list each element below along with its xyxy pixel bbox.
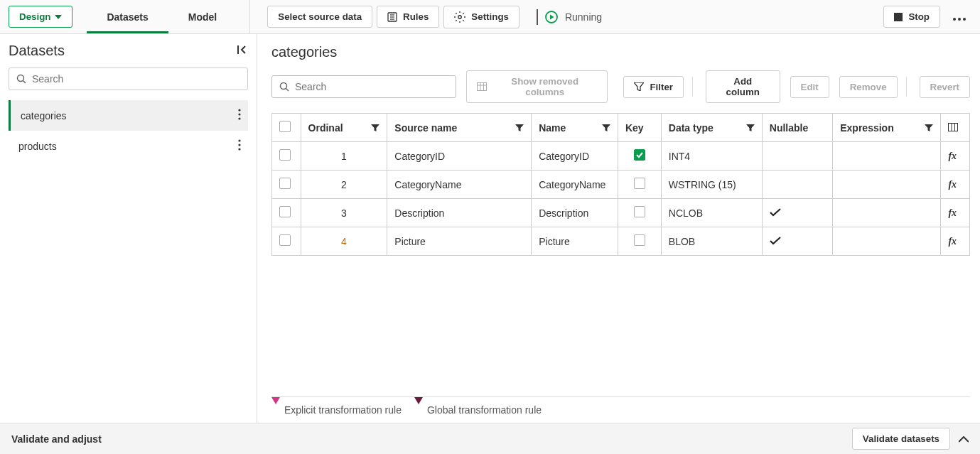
show-removed-columns-button[interactable]: Show removed columns (466, 70, 608, 103)
cell-key[interactable] (618, 142, 661, 171)
cell-fx-button[interactable]: fx (941, 142, 970, 171)
more-horizontal-icon (953, 18, 966, 21)
table-icon (477, 82, 487, 91)
row-checkbox-cell[interactable] (272, 227, 301, 256)
svg-rect-6 (894, 13, 903, 21)
cell-ordinal: 2 (301, 171, 387, 199)
design-dropdown[interactable]: Design (9, 6, 72, 28)
checkbox-icon (634, 234, 645, 246)
column-header-expression[interactable]: Expression (833, 114, 941, 142)
column-header-source-name[interactable]: Source name (387, 114, 532, 142)
cell-source-name: CategoryName (387, 171, 532, 199)
column-header-key[interactable]: Key (618, 114, 661, 142)
chevron-up-icon (959, 436, 969, 443)
fx-icon: fx (948, 236, 957, 247)
header-label: Nullable (770, 122, 808, 134)
row-checkbox-cell[interactable] (272, 171, 301, 199)
running-label: Running (565, 11, 602, 23)
svg-point-8 (958, 18, 961, 21)
legend: Explicit transformation rule Global tran… (271, 396, 970, 423)
row-checkbox-cell[interactable] (272, 199, 301, 227)
more-menu-button[interactable] (947, 7, 971, 27)
cell-expression (833, 227, 941, 256)
cell-name: Description (532, 199, 618, 227)
column-header-ordinal[interactable]: Ordinal (301, 114, 387, 142)
checkbox-icon (279, 178, 291, 189)
rules-button[interactable]: Rules (377, 6, 439, 28)
dataset-item-products[interactable]: products (9, 131, 248, 161)
button-label: Revert (930, 82, 960, 92)
dataset-item-menu[interactable] (238, 139, 241, 153)
cell-expression (833, 142, 941, 171)
sidebar: Datasets categories (0, 34, 257, 423)
row-checkbox-cell[interactable] (272, 142, 301, 171)
filter-icon (602, 124, 610, 131)
cell-data-type: NCLOB (661, 199, 762, 227)
top-bar: Design Datasets Model Select source data… (0, 0, 980, 34)
settings-button[interactable]: Settings (443, 6, 519, 28)
collapse-left-icon (237, 44, 248, 55)
table-row[interactable]: 2CategoryNameCategoryNameWSTRING (15)fx (272, 171, 970, 199)
table-row[interactable]: 1CategoryIDCategoryIDINT4fx (272, 142, 970, 171)
cell-nullable (762, 142, 832, 171)
filter-button[interactable]: Filter (623, 76, 684, 98)
main-toolbar: Show removed columns Filter Add column E… (271, 70, 970, 103)
cell-nullable (762, 199, 832, 227)
filter-icon (925, 124, 933, 131)
svg-line-20 (286, 89, 289, 92)
tab-label: Datasets (107, 11, 148, 23)
collapse-sidebar-button[interactable] (237, 44, 248, 58)
search-icon (16, 74, 26, 84)
table-row[interactable]: 3DescriptionDescriptionNCLOBfx (272, 199, 970, 227)
dataset-item-menu[interactable] (238, 109, 241, 122)
columns-search[interactable] (271, 75, 456, 98)
stop-button[interactable]: Stop (883, 6, 940, 28)
dataset-list: categories products (9, 100, 248, 161)
cell-fx-button[interactable]: fx (941, 199, 970, 227)
add-column-button[interactable]: Add column (706, 70, 780, 103)
footer-expand-button[interactable] (959, 433, 969, 445)
button-label: Add column (716, 76, 769, 97)
cell-fx-button[interactable]: fx (941, 171, 970, 199)
column-header-data-type[interactable]: Data type (661, 114, 762, 142)
filter-icon (371, 124, 379, 131)
sidebar-search-input[interactable] (32, 73, 240, 85)
legend-label: Explicit transformation rule (284, 404, 402, 416)
check-icon (770, 208, 781, 217)
column-header-nullable[interactable]: Nullable (762, 114, 832, 142)
validate-datasets-button[interactable]: Validate datasets (852, 428, 950, 450)
tab-nav: Datasets Model (87, 1, 237, 33)
tab-datasets[interactable]: Datasets (87, 1, 168, 33)
svg-point-15 (238, 117, 240, 119)
column-header-layout[interactable] (941, 114, 970, 142)
checkbox-icon (279, 206, 291, 217)
footer-title: Validate and adjust (11, 433, 102, 445)
filter-icon (746, 124, 755, 131)
cell-fx-button[interactable]: fx (941, 227, 970, 256)
cell-key[interactable] (618, 199, 661, 227)
tab-model[interactable]: Model (168, 1, 237, 33)
header-label: Name (539, 122, 566, 134)
cell-key[interactable] (618, 171, 661, 199)
gear-icon (454, 11, 465, 23)
edit-button[interactable]: Edit (790, 76, 829, 98)
button-label: Filter (650, 82, 673, 92)
cell-key[interactable] (618, 227, 661, 256)
column-header-name[interactable]: Name (532, 114, 618, 142)
dataset-item-categories[interactable]: categories (9, 100, 248, 131)
cell-ordinal: 1 (301, 142, 387, 171)
table-row[interactable]: 4PicturePictureBLOBfx (272, 227, 970, 256)
revert-button[interactable]: Revert (920, 76, 971, 98)
select-all-header[interactable] (272, 114, 301, 142)
sidebar-search[interactable] (9, 67, 248, 90)
table-header-row: Ordinal Source name Name (272, 114, 970, 142)
cell-nullable (762, 171, 832, 199)
remove-button[interactable]: Remove (839, 76, 898, 98)
select-source-data-button[interactable]: Select source data (267, 6, 372, 28)
columns-search-input[interactable] (295, 81, 448, 92)
fx-icon: fx (948, 179, 957, 190)
button-label: Settings (471, 11, 509, 22)
search-icon (279, 82, 289, 92)
svg-point-19 (281, 83, 287, 90)
check-icon (770, 237, 781, 245)
